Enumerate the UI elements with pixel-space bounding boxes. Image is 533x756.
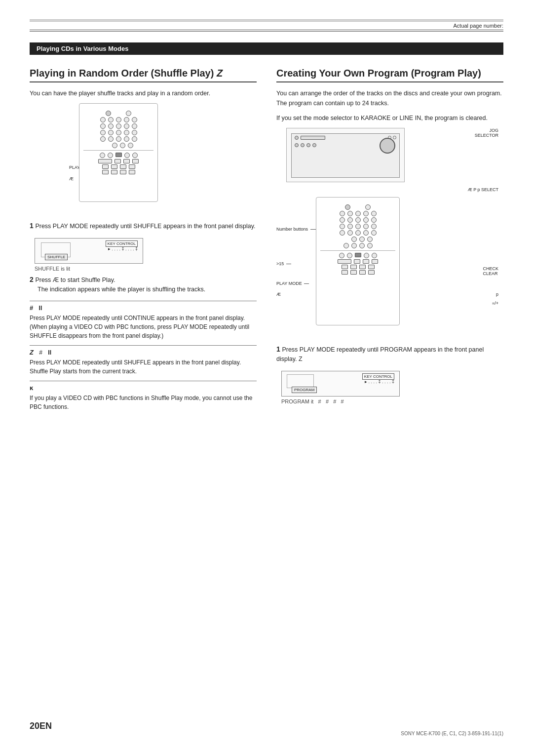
cdplayer-inner — [291, 133, 400, 178]
page-number: 20EN — [30, 721, 52, 731]
right-intro1: You can arrange the order of the tracks … — [276, 88, 503, 108]
cdplayer-diagram — [286, 128, 405, 182]
play-mode-label-right: PLAY MODE — [276, 281, 309, 286]
p-label: p — [496, 292, 498, 297]
ae-label-right: Æ — [276, 292, 281, 297]
step2: 2 Press Æ to start Shuffle Play. The ind… — [30, 276, 257, 294]
jog-selector-knob — [380, 138, 395, 154]
clear-label: CLEAR — [483, 271, 498, 276]
jog-label: JOG SELECTOR — [475, 128, 498, 138]
right-section-title: Creating Your Own Program (Program Play) — [276, 67, 503, 82]
header-line-top — [30, 21, 503, 22]
note1: # II Press PLAY MODE repeatedly until CO… — [30, 301, 257, 340]
right-intro2: If you set the mode selector to KARAOKE … — [276, 113, 503, 123]
gt15-label: >15 — [276, 261, 291, 266]
note2-text: Press PLAY MODE repeatedly until SHUFFLE… — [30, 358, 257, 376]
note3-text: If you play a VIDEO CD with PBC function… — [30, 394, 257, 411]
remote-diagram-right-wrapper: Number buttons >15 PLAY MODE Æ CHECK — [276, 197, 503, 340]
step1: 1 Press PLAY MODE repeatedly until SHUFF… — [30, 222, 257, 231]
header-area: Actual page number: — [30, 20, 503, 32]
left-intro: You can have the player shuffle tracks a… — [30, 88, 257, 98]
step2-sub: The indication appears while the player … — [38, 285, 257, 294]
note2: Z # II Press PLAY MODE repeatedly until … — [30, 345, 257, 376]
number-buttons-label: Number buttons — [276, 227, 319, 232]
page: Actual page number: Playing CDs in Vario… — [0, 0, 533, 756]
right-column: Creating Your Own Program (Program Play)… — [276, 67, 503, 416]
cdplayer-diagram-wrapper: JOG SELECTOR — [276, 128, 503, 192]
section-bar: Playing CDs in Various Modes — [30, 42, 503, 55]
shuffle-btn: SHUFFLE — [45, 254, 68, 260]
dots-line-right: ▸ . . . . ‡ . . . . ‡ — [365, 379, 394, 384]
program-display-box: KEY CONTROL ▸ . . . . ‡ . . . . ‡ PROGRA… — [281, 371, 400, 397]
check-clear-labels: CHECK CLEAR — [483, 266, 498, 276]
ae-pp-select-label: Æ P p SELECT — [276, 187, 503, 192]
remote-box-right — [316, 197, 400, 325]
shuffle-lit-caption: SHUFFLE is lit — [35, 266, 257, 272]
prog-display-inner — [287, 374, 314, 388]
program-display-wrapper: KEY CONTROL ▸ . . . . ‡ . . . . ‡ PROGRA… — [281, 371, 503, 404]
shuffle-display-box: KEY CONTROL ▸ . . . . ‡ . . . . ‡ SHUFFL… — [35, 238, 143, 264]
remote-box — [79, 103, 158, 202]
remote-diagram-left: PLAY MODE Æ — [69, 103, 168, 202]
note1-text: Press PLAY MODE repeatedly until CONTINU… — [30, 314, 257, 340]
two-col-layout: Playing in Random Order (Shuffle Play) Z… — [30, 67, 503, 416]
program-lit-caption: PROGRAM it # # # # — [281, 398, 503, 404]
check-label: CHECK — [483, 266, 498, 271]
actual-page-label: Actual page number: — [453, 23, 503, 29]
footer-text: SONY MCE-K700 (E, C1, C2) 3-859-191-11(1… — [401, 731, 503, 736]
right-step1: 1 Press PLAY MODE repeatedly until PROGR… — [276, 345, 503, 364]
program-btn: PROGRAM — [292, 387, 317, 393]
left-section-title: Playing in Random Order (Shuffle Play) Z — [30, 67, 257, 82]
plus-label: =/+ — [492, 301, 498, 306]
left-column: Playing in Random Order (Shuffle Play) Z… — [30, 67, 257, 416]
note3: ĸ If you play a VIDEO CD with PBC functi… — [30, 381, 257, 411]
ae-label-remote: Æ — [69, 176, 74, 181]
dots-line: ▸ . . . . ‡ . . . . ‡ — [108, 246, 138, 251]
